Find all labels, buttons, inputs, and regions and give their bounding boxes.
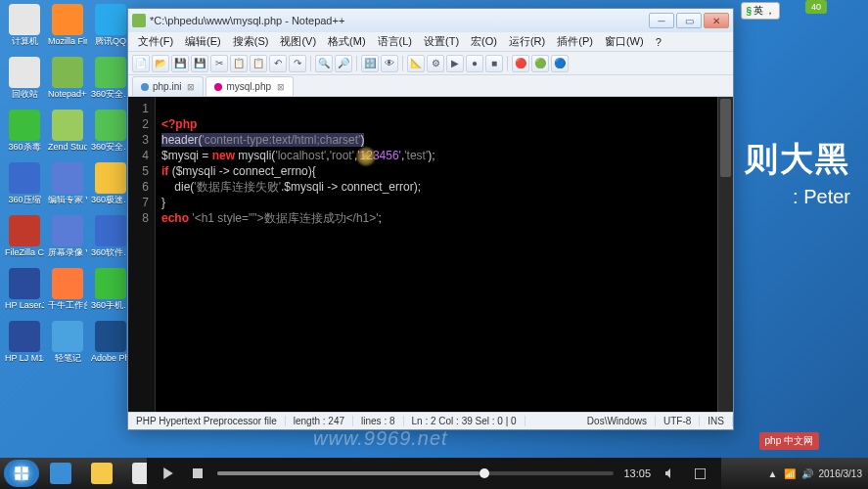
app-icon xyxy=(52,110,83,141)
desktop-icon-label: 360压缩 xyxy=(8,196,40,204)
desktop-icon[interactable]: HP LJ M1530 Scan xyxy=(6,321,43,372)
ime-badge[interactable]: 40 xyxy=(805,0,827,14)
menu-item[interactable]: 设置(T) xyxy=(418,32,465,51)
toolbar-button[interactable]: 🟢 xyxy=(531,55,549,72)
toolbar-button[interactable]: 🔍 xyxy=(315,55,333,72)
toolbar-button[interactable]: ⚙ xyxy=(427,55,444,72)
editor-tab[interactable]: mysql.php⊠ xyxy=(206,76,294,96)
toolbar-button[interactable]: 🔵 xyxy=(551,55,569,72)
desktop-icon[interactable]: 腾讯QQ xyxy=(92,4,129,55)
desktop-icon[interactable]: 360压缩 xyxy=(6,162,43,213)
desktop-icon[interactable]: 编辑专家 V2015 xyxy=(49,162,86,213)
desktop-icon[interactable]: 回收站 xyxy=(6,57,43,108)
menu-item[interactable]: 编辑(E) xyxy=(179,32,227,51)
ime-lang: 英 xyxy=(754,4,763,18)
desktop-icon[interactable]: 屏幕录像 V2015 xyxy=(49,215,86,266)
menu-item[interactable]: 格式(M) xyxy=(322,32,372,51)
toolbar-button[interactable]: 📐 xyxy=(407,55,425,72)
tray-icon[interactable]: ▲ xyxy=(768,468,778,479)
desktop-icon[interactable]: 计算机 xyxy=(6,4,43,55)
toolbar-button[interactable]: 📂 xyxy=(152,55,169,72)
toolbar-button[interactable]: ● xyxy=(466,55,483,72)
desktop-icon[interactable]: HP LaserJet Profession… xyxy=(6,268,43,319)
line-number: 7 xyxy=(130,195,149,210)
toolbar-button[interactable]: 🔴 xyxy=(512,55,529,72)
notepadpp-window: *C:\phpedu\www\mysql.php - Notepad++ ─ ▭… xyxy=(127,8,734,430)
desktop-icon[interactable]: Mozilla Firefox xyxy=(49,4,86,55)
fullscreen-button[interactable] xyxy=(690,464,709,483)
tray-date[interactable]: 2016/3/13 xyxy=(819,468,863,479)
taskbar-item[interactable] xyxy=(82,460,121,487)
menu-item[interactable]: 语言(L) xyxy=(372,32,418,51)
app-icon xyxy=(52,4,83,35)
progress-knob[interactable] xyxy=(480,468,489,478)
menu-item[interactable]: ? xyxy=(650,34,667,50)
line-number: 4 xyxy=(130,148,149,163)
close-button[interactable]: ✕ xyxy=(704,13,729,28)
toolbar-button[interactable]: 💾 xyxy=(171,55,189,72)
watermark-text: www.9969.net xyxy=(313,427,448,450)
toolbar-button[interactable]: 👁 xyxy=(381,55,398,72)
desktop-icon[interactable]: FileZilla Client xyxy=(6,215,43,266)
progress-bar[interactable] xyxy=(217,471,614,475)
taskbar-item[interactable] xyxy=(41,460,80,487)
ime-indicator[interactable]: § 英 ， xyxy=(741,2,780,20)
toolbar-button[interactable]: ✂ xyxy=(210,55,228,72)
toolbar-button[interactable]: 📋 xyxy=(230,55,248,72)
play-button[interactable] xyxy=(159,464,178,483)
desktop-icon-label: 计算机 xyxy=(12,37,38,46)
desktop-icon[interactable]: Notepad++ xyxy=(49,57,86,108)
line-number: 5 xyxy=(130,163,149,179)
toolbar-button[interactable]: 🔡 xyxy=(361,55,379,72)
toolbar-button[interactable]: ■ xyxy=(485,55,503,72)
menu-item[interactable]: 视图(V) xyxy=(274,32,322,51)
desktop-icon[interactable]: 360软件… xyxy=(92,215,129,266)
toolbar-button[interactable]: ↶ xyxy=(269,55,287,72)
desktop-icon[interactable]: 360安全… xyxy=(92,110,129,160)
maximize-button[interactable]: ▭ xyxy=(676,13,702,28)
desktop-icon[interactable]: 360极速… xyxy=(92,162,129,213)
tray-volume-icon[interactable]: 🔊 xyxy=(801,468,813,479)
tray-network-icon[interactable]: 📶 xyxy=(784,468,796,479)
toolbar-button[interactable]: ↷ xyxy=(289,55,306,72)
tab-close-icon[interactable]: ⊠ xyxy=(187,82,195,92)
toolbar-button[interactable]: ▶ xyxy=(446,55,464,72)
desktop-icon-label: 360安全… xyxy=(91,90,130,99)
toolbar-button[interactable]: 📄 xyxy=(132,55,150,72)
toolbar-button[interactable]: 📋 xyxy=(250,55,267,72)
windows-logo-icon xyxy=(12,464,31,483)
code-area[interactable]: <?php header('content-type:text/html;cha… xyxy=(156,97,733,412)
app-icon xyxy=(95,57,126,88)
code-token: $mysqi = xyxy=(161,149,212,162)
toolbar-button[interactable]: 💾 xyxy=(191,55,208,72)
editor-tab[interactable]: php.ini⊠ xyxy=(132,76,204,96)
start-button[interactable] xyxy=(4,460,39,487)
desktop-icon[interactable]: Adobe Photosh… xyxy=(92,321,129,372)
toolbar-button[interactable]: 🔎 xyxy=(335,55,352,72)
scrollbar-thumb[interactable] xyxy=(720,99,731,177)
desktop-icon[interactable]: 360安全… xyxy=(92,57,129,108)
volume-button[interactable] xyxy=(661,464,680,483)
app-icon xyxy=(95,162,126,194)
tab-close-icon[interactable]: ⊠ xyxy=(277,82,285,92)
minimize-button[interactable]: ─ xyxy=(649,13,674,28)
titlebar[interactable]: *C:\phpedu\www\mysql.php - Notepad++ ─ ▭… xyxy=(128,9,733,32)
vertical-scrollbar[interactable] xyxy=(717,97,733,412)
menu-item[interactable]: 文件(F) xyxy=(132,32,179,51)
stop-button[interactable] xyxy=(188,464,207,483)
menu-item[interactable]: 运行(R) xyxy=(503,32,551,51)
desktop-icon[interactable]: 360手机… xyxy=(92,268,129,319)
desktop-icon-label: Notepad++ xyxy=(48,90,87,99)
svg-rect-2 xyxy=(695,468,706,479)
menu-item[interactable]: 宏(O) xyxy=(465,32,503,51)
menu-item[interactable]: 插件(P) xyxy=(551,32,599,51)
menu-item[interactable]: 窗口(W) xyxy=(599,32,650,51)
desktop-icon[interactable]: 千牛工作台 xyxy=(49,268,86,319)
editor[interactable]: 12345678 <?php header('content-type:text… xyxy=(128,97,733,412)
desktop-icon[interactable]: 轻笔记 xyxy=(49,321,86,372)
app-icon xyxy=(52,268,83,299)
desktop-icon[interactable]: 360杀毒 xyxy=(6,110,43,160)
desktop-icon[interactable]: Zend Studio 10.0.0 xyxy=(49,110,86,160)
status-eol: Dos\Windows xyxy=(579,416,656,426)
menu-item[interactable]: 搜索(S) xyxy=(227,32,275,51)
